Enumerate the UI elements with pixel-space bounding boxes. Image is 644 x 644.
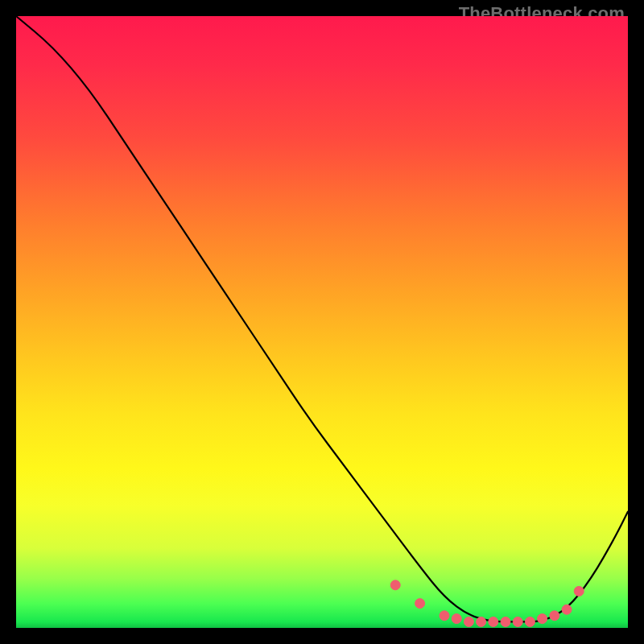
highlight-marker (574, 586, 584, 596)
highlight-marker (525, 617, 535, 626)
highlight-marker (477, 617, 486, 626)
gradient-plot-area (16, 16, 628, 628)
highlight-marker (452, 614, 461, 624)
highlight-marker (390, 580, 400, 590)
highlight-marker (513, 617, 522, 626)
highlight-marker (440, 611, 449, 621)
bottleneck-curve-svg (16, 16, 628, 628)
highlight-marker (415, 599, 425, 609)
highlight-marker (501, 617, 510, 626)
highlight-marker (464, 617, 473, 626)
highlight-marker (562, 605, 572, 614)
chart-frame: TheBottleneck.com (0, 0, 644, 644)
highlight-marker (538, 614, 547, 624)
highlight-marker (550, 611, 559, 621)
highlight-marker (489, 617, 498, 626)
bottleneck-curve-line (16, 16, 628, 621)
